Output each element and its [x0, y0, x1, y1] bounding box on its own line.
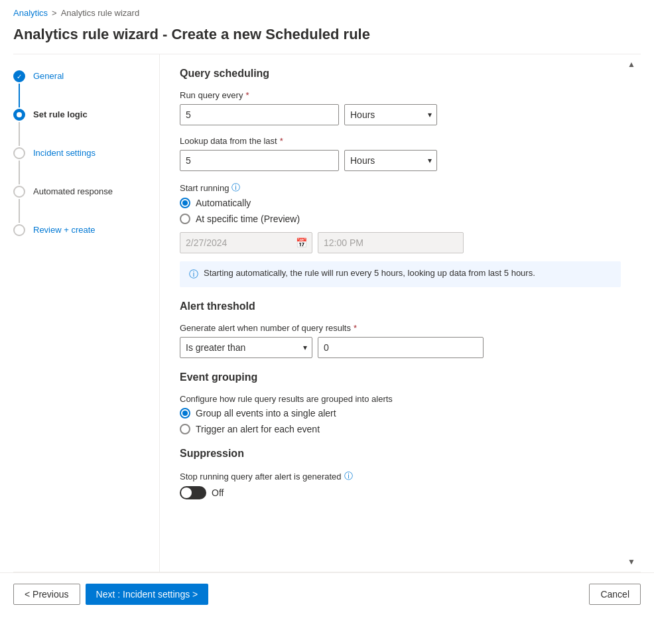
radio-btn-automatically[interactable] — [180, 198, 190, 208]
step-line-1 — [19, 84, 20, 107]
next-button[interactable]: Next : Incident settings > — [86, 584, 209, 605]
query-scheduling-heading: Query scheduling — [180, 68, 621, 80]
wizard-step-automated-response: Automated response — [13, 186, 159, 224]
radio-btn-each-event[interactable] — [180, 424, 190, 434]
calendar-icon: 📅 — [296, 237, 307, 248]
footer: < Previous Next : Incident settings > Ca… — [0, 572, 654, 615]
wizard-steps: General Set rule logic Incident settings — [13, 54, 159, 572]
date-input — [180, 232, 312, 253]
wizard-step-review-create: Review + create — [13, 224, 159, 248]
previous-button[interactable]: < Previous — [13, 584, 80, 605]
info-box-icon: ⓘ — [189, 269, 198, 281]
run-query-row: Hours Minutes Days — [180, 104, 621, 125]
start-running-radio-group: Automatically At specific time (Preview) — [180, 198, 621, 224]
lookup-data-input[interactable] — [180, 150, 339, 171]
wizard-step-general: General — [13, 70, 159, 109]
step-line-4 — [19, 199, 20, 223]
run-query-label: Run query every * — [180, 90, 621, 100]
scroll-down-indicator[interactable]: ▼ — [627, 557, 635, 566]
radio-label-specific-time: At specific time (Preview) — [196, 214, 300, 224]
page-title: Analytics rule wizard - Create a new Sch… — [0, 21, 654, 54]
threshold-row: Is greater than Is less than Is equal to — [180, 337, 621, 358]
step-circle-automated-response — [13, 186, 25, 198]
radio-btn-specific-time[interactable] — [180, 214, 190, 224]
suppression-toggle-wrapper: Off — [180, 486, 621, 499]
event-grouping-heading: Event grouping — [180, 371, 621, 383]
generate-alert-label: Generate alert when number of query resu… — [180, 323, 621, 333]
run-query-unit-select[interactable]: Hours Minutes Days — [344, 104, 437, 125]
start-running-label: Start running ⓘ — [180, 182, 621, 194]
scroll-up-indicator[interactable]: ▲ — [627, 60, 635, 69]
radio-specific-time[interactable]: At specific time (Preview) — [180, 214, 621, 224]
step-label-general[interactable]: General — [33, 70, 64, 94]
step-label-set-rule-logic: Set rule logic — [33, 109, 88, 133]
step-line-3 — [19, 161, 20, 184]
suppression-heading: Suppression — [180, 448, 621, 460]
alert-threshold-section: Alert threshold Generate alert when numb… — [180, 300, 621, 358]
step-line-2 — [19, 122, 20, 146]
breadcrumb-separator: > — [52, 8, 57, 18]
query-scheduling-section: Query scheduling Run query every * Hours… — [180, 68, 621, 287]
event-grouping-section: Event grouping Configure how rule query … — [180, 371, 621, 434]
step-circle-incident-settings — [13, 147, 25, 159]
datetime-row: 📅 — [180, 232, 621, 253]
run-query-unit-wrapper: Hours Minutes Days — [344, 104, 437, 125]
content-area: ▲ Query scheduling Run query every * Hou… — [159, 54, 641, 572]
configure-grouping-label: Configure how rule query results are gro… — [180, 394, 621, 404]
event-grouping-radio-group: Group all events into a single alert Tri… — [180, 408, 621, 434]
step-label-incident-settings[interactable]: Incident settings — [33, 147, 96, 171]
radio-each-event[interactable]: Trigger an alert for each event — [180, 424, 621, 434]
breadcrumb: Analytics > Analytics rule wizard — [0, 0, 654, 21]
suppression-toggle[interactable] — [180, 486, 206, 499]
threshold-value-input[interactable] — [318, 337, 484, 358]
radio-label-single-alert: Group all events into a single alert — [196, 408, 336, 419]
breadcrumb-root[interactable]: Analytics — [13, 8, 48, 18]
lookup-data-row: Hours Minutes Days — [180, 150, 621, 171]
main-layout: General Set rule logic Incident settings — [13, 54, 641, 572]
info-box: ⓘ Starting automatically, the rule will … — [180, 261, 621, 287]
step-circle-set-rule-logic — [13, 109, 25, 121]
alert-threshold-heading: Alert threshold — [180, 300, 621, 312]
radio-btn-single-alert[interactable] — [180, 408, 190, 419]
cancel-button[interactable]: Cancel — [589, 584, 641, 605]
step-label-review-create[interactable]: Review + create — [33, 224, 96, 248]
info-box-text: Starting automatically, the rule will ru… — [204, 268, 535, 278]
wizard-step-incident-settings: Incident settings — [13, 147, 159, 186]
date-input-wrapper: 📅 — [180, 232, 312, 253]
lookup-data-unit-wrapper: Hours Minutes Days — [344, 150, 437, 171]
wizard-step-set-rule-logic: Set rule logic — [13, 109, 159, 147]
suppression-toggle-label: Off — [212, 487, 224, 498]
stop-running-tooltip: ⓘ — [344, 470, 353, 482]
lookup-data-label: Lookup data from the last * — [180, 136, 621, 146]
radio-label-each-event: Trigger an alert for each event — [196, 424, 320, 434]
stop-running-label: Stop running query after alert is genera… — [180, 470, 621, 482]
step-circle-review-create — [13, 224, 25, 236]
run-query-input[interactable] — [180, 104, 339, 125]
start-running-tooltip: ⓘ — [231, 182, 240, 194]
suppression-section: Suppression Stop running query after ale… — [180, 448, 621, 499]
breadcrumb-current: Analytics rule wizard — [61, 8, 140, 18]
radio-single-alert[interactable]: Group all events into a single alert — [180, 408, 621, 419]
step-label-automated-response: Automated response — [33, 186, 113, 210]
step-circle-general — [13, 70, 25, 82]
threshold-condition-wrapper: Is greater than Is less than Is equal to — [180, 337, 312, 358]
threshold-condition-select[interactable]: Is greater than Is less than Is equal to — [180, 337, 312, 358]
lookup-data-unit-select[interactable]: Hours Minutes Days — [344, 150, 437, 171]
radio-automatically[interactable]: Automatically — [180, 198, 621, 208]
time-input — [318, 232, 464, 253]
radio-label-automatically: Automatically — [196, 198, 251, 208]
